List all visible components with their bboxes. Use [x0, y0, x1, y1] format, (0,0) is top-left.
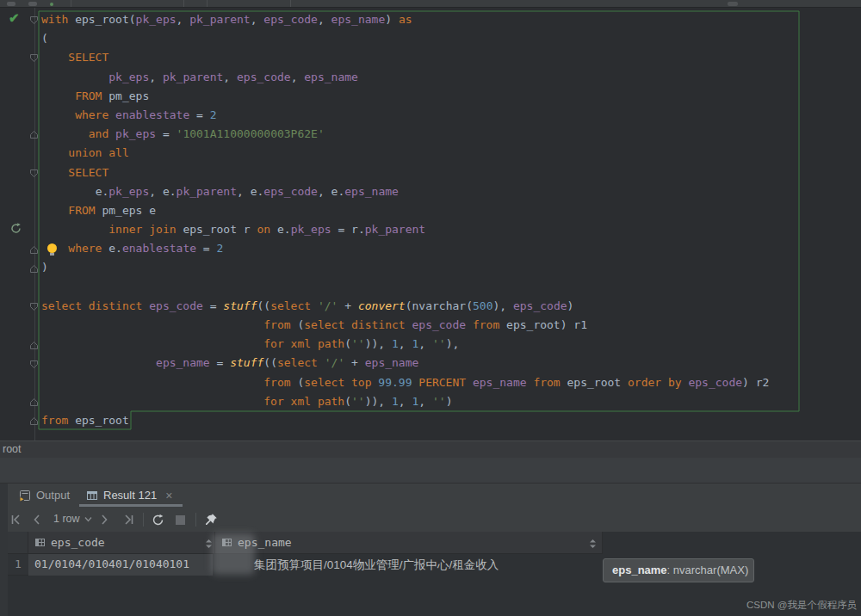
code-token: SELECT — [68, 166, 108, 179]
code-token: ), — [492, 299, 512, 312]
code-token: eps_root( — [75, 13, 135, 26]
code-token: ) — [41, 261, 48, 274]
code-token: '' — [351, 337, 365, 350]
code-token: ( — [291, 376, 305, 389]
code-token — [41, 318, 263, 331]
toolbar-separator — [207, 0, 208, 7]
stop-icon[interactable] — [176, 515, 185, 525]
code-token: enablestate — [115, 108, 189, 121]
code-token: + — [338, 299, 357, 312]
tab-output[interactable]: Output — [19, 484, 70, 507]
code-token: ) — [567, 299, 574, 312]
code-line: inner join eps_root r on e.pk_eps = r.pk… — [41, 220, 769, 239]
reload-icon[interactable] — [152, 514, 164, 527]
code-token: = — [189, 108, 209, 121]
code-token: eps_code — [263, 185, 318, 198]
output-console-icon — [19, 490, 31, 502]
sql-code[interactable]: with eps_root(pk_eps, pk_parent, eps_cod… — [41, 10, 769, 430]
fold-marker-icon[interactable] — [29, 15, 39, 25]
code-token — [41, 223, 108, 236]
row-number-cell: 1 — [8, 554, 28, 576]
code-token: eps_root) r1 — [499, 318, 587, 331]
code-line: and pk_eps = '1001A11000000003P62E' — [41, 125, 769, 144]
code-token: from — [533, 376, 560, 389]
code-token: e. — [102, 242, 121, 255]
code-token: ) — [385, 13, 399, 26]
row-number-header — [8, 532, 28, 554]
fold-marker-icon[interactable] — [29, 264, 39, 274]
code-token: , — [177, 13, 190, 26]
last-row-icon[interactable] — [123, 514, 134, 525]
first-row-icon[interactable] — [10, 514, 22, 525]
code-token: pk_eps — [291, 223, 331, 236]
code-token: from — [473, 318, 499, 331]
code-token: pk_parent — [163, 71, 223, 83]
code-token: ), — [446, 337, 460, 350]
code-token: pk_parent — [365, 223, 425, 236]
code-line: SELECT — [41, 48, 769, 67]
fold-marker-icon[interactable] — [29, 397, 39, 407]
column-header-eps-name[interactable]: eps_name — [215, 532, 603, 554]
code-token: eps_code — [263, 13, 318, 26]
code-token: stuff — [223, 299, 257, 312]
pin-icon[interactable] — [205, 513, 218, 526]
fold-marker-icon[interactable] — [29, 341, 39, 350]
fold-marker-icon[interactable] — [29, 53, 39, 63]
next-row-icon[interactable] — [101, 514, 108, 525]
sort-icon[interactable] — [589, 539, 597, 549]
cell-value: 集团预算项目/0104物业管理/广报中心/租金收入 — [254, 557, 499, 573]
editor-status-bar: root — [0, 440, 861, 458]
column-header-eps-code[interactable]: eps_code — [28, 532, 215, 554]
code-token: eps_code — [237, 71, 291, 83]
code-token: , — [399, 337, 412, 350]
toolwindow-left-stripe — [0, 484, 8, 616]
cell-eps-code[interactable]: 01/0104/010401/01040101 — [28, 554, 213, 576]
fold-marker-icon[interactable] — [29, 169, 39, 178]
code-line: FROM pm_eps e — [41, 201, 769, 220]
toolbar-separator — [290, 0, 291, 7]
close-icon[interactable]: × — [165, 490, 172, 502]
code-token: convert — [358, 299, 406, 312]
code-token: for xml path — [263, 337, 344, 350]
code-line: for xml path('')), 1, 1, ''), — [41, 335, 769, 354]
code-token — [41, 166, 68, 179]
fold-marker-icon[interactable] — [29, 360, 39, 369]
code-line: ) — [41, 258, 769, 277]
toolbar-separator — [143, 513, 144, 527]
code-token: '' — [351, 395, 365, 408]
code-line: where e.enablestate = 2 — [41, 239, 769, 258]
previous-row-icon[interactable] — [33, 514, 40, 525]
code-token: (( — [257, 299, 270, 312]
code-token: stuff — [230, 356, 263, 369]
code-token: eps_name — [304, 71, 358, 83]
fold-marker-icon[interactable] — [29, 245, 39, 255]
fold-marker-icon[interactable] — [29, 130, 39, 139]
sql-editor[interactable]: ✔ with eps_root(pk_eps, pk_parent, eps_c… — [0, 8, 861, 440]
code-token: SELECT — [68, 51, 108, 64]
code-token — [41, 395, 263, 408]
row-count-dropdown[interactable]: 1 row — [53, 513, 80, 525]
toolbar-fragment — [50, 3, 53, 6]
code-line: from eps_root — [41, 411, 769, 430]
code-token: )), — [365, 337, 392, 350]
chevron-down-icon[interactable] — [84, 516, 92, 522]
code-token: ( — [344, 395, 351, 408]
code-token: eps_name — [473, 376, 527, 389]
code-token: pk_eps — [115, 127, 156, 140]
toolbar-fragment — [728, 2, 738, 6]
code-token: 2 — [217, 242, 224, 255]
code-token: = — [156, 127, 176, 140]
fold-marker-icon[interactable] — [29, 416, 39, 426]
column-table-icon — [34, 537, 46, 548]
code-token: eps_name — [156, 356, 210, 369]
tab-result[interactable]: Result 121 × — [86, 484, 172, 507]
code-token: = — [203, 299, 223, 312]
code-line: FROM pm_eps — [41, 87, 769, 106]
fold-marker-icon[interactable] — [29, 302, 39, 311]
tooltip-column-type: : nvarchar(MAX) — [667, 564, 749, 576]
code-token: order by — [628, 376, 682, 389]
rerun-query-icon[interactable] — [9, 222, 22, 235]
code-token — [41, 127, 89, 140]
censor-blur — [212, 533, 255, 575]
table-grid-icon — [86, 490, 98, 502]
